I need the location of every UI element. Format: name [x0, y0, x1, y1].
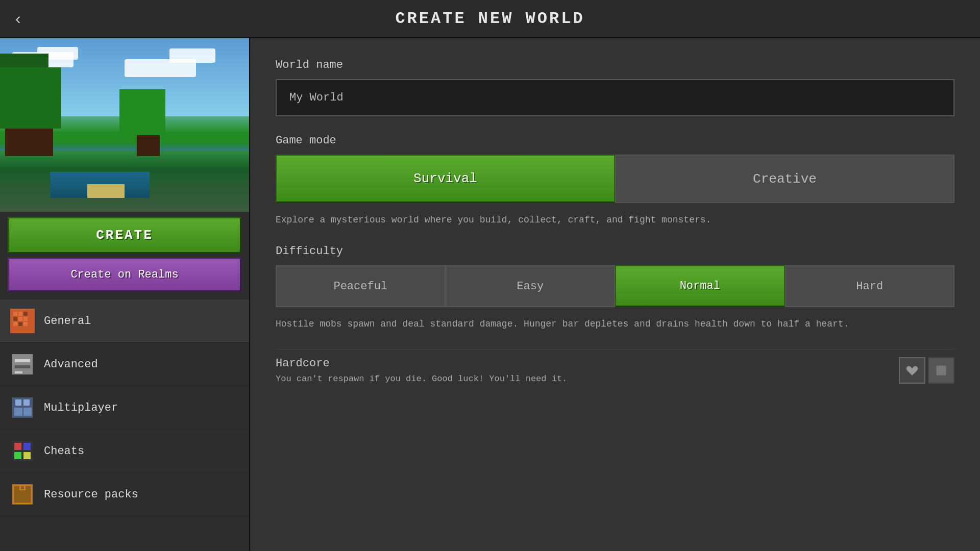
game-mode-description: Explore a mysterious world where you bui… [276, 213, 954, 227]
hardcore-section: Hardcore You can't respawn if you die. G… [276, 349, 954, 391]
world-preview [0, 38, 249, 212]
svg-rect-20 [14, 443, 21, 450]
game-mode-buttons: Survival Creative [276, 155, 954, 203]
cloud-4 [169, 48, 215, 63]
creative-mode-button[interactable]: Creative [615, 155, 954, 203]
svg-rect-17 [14, 408, 22, 416]
main-container: CREATE Create on Realms [0, 38, 980, 551]
sidebar-item-resource-packs-label: Resource packs [44, 488, 138, 501]
svg-rect-7 [13, 322, 17, 326]
hard-button[interactable]: Hard [785, 265, 955, 307]
hardcore-off-button[interactable] [928, 357, 954, 384]
create-realms-button[interactable]: Create on Realms [8, 258, 241, 292]
sidebar-item-general[interactable]: General [0, 299, 249, 343]
sidebar-item-multiplayer-label: Multiplayer [44, 402, 118, 414]
multiplayer-icon [10, 395, 35, 420]
svg-rect-2 [18, 312, 22, 316]
hardcore-title: Hardcore [276, 357, 567, 370]
svg-rect-9 [23, 322, 28, 326]
back-button[interactable]: ‹ [15, 9, 21, 28]
world-name-input[interactable] [276, 79, 954, 116]
svg-rect-18 [23, 408, 32, 416]
svg-rect-22 [14, 452, 21, 459]
sidebar-item-advanced-label: Advanced [44, 358, 98, 371]
tree-leaves-left-2 [0, 67, 61, 129]
sidebar: CREATE Create on Realms [0, 38, 250, 551]
svg-rect-4 [13, 317, 17, 321]
page-title: CREATE NEW WORLD [395, 9, 584, 28]
svg-rect-16 [23, 399, 30, 406]
svg-rect-3 [23, 312, 28, 316]
hardcore-info: Hardcore You can't respawn if you die. G… [276, 357, 567, 384]
cheats-icon [10, 439, 35, 463]
hardcore-toggle [899, 357, 954, 384]
normal-button[interactable]: Normal [615, 265, 785, 307]
svg-rect-5 [18, 317, 22, 321]
create-button[interactable]: CREATE [8, 217, 241, 254]
resource-packs-icon [10, 482, 35, 507]
general-icon [10, 309, 35, 333]
advanced-icon [10, 352, 35, 377]
survival-mode-button[interactable]: Survival [276, 155, 615, 203]
hardcore-heart-button[interactable] [899, 357, 925, 384]
svg-rect-11 [15, 359, 30, 362]
game-mode-label: Game mode [276, 134, 954, 147]
difficulty-description: Hostile mobs spawn and deal standard dam… [276, 317, 954, 331]
scene-sand [87, 184, 125, 198]
svg-rect-6 [23, 317, 28, 321]
peaceful-button[interactable]: Peaceful [276, 265, 446, 307]
stop-icon [934, 363, 948, 378]
svg-rect-21 [23, 443, 31, 450]
sidebar-item-general-label: General [44, 315, 91, 328]
difficulty-buttons: Peaceful Easy Normal Hard [276, 265, 954, 307]
heart-icon [905, 363, 919, 378]
tree-leaves-center [119, 89, 165, 135]
difficulty-label: Difficulty [276, 245, 954, 258]
svg-rect-8 [18, 322, 22, 326]
svg-rect-15 [15, 399, 21, 406]
sidebar-nav: General Advanced [0, 299, 249, 551]
svg-rect-13 [15, 371, 22, 373]
sidebar-item-cheats[interactable]: Cheats [0, 430, 249, 473]
back-icon: ‹ [15, 9, 21, 28]
sidebar-item-resource-packs[interactable]: Resource packs [0, 473, 249, 516]
svg-rect-12 [15, 365, 30, 368]
svg-rect-1 [13, 312, 17, 316]
svg-rect-23 [23, 452, 31, 459]
easy-button[interactable]: Easy [446, 265, 616, 307]
header: ‹ CREATE NEW WORLD [0, 0, 980, 38]
sidebar-item-advanced[interactable]: Advanced [0, 343, 249, 386]
content-area: World name Game mode Survival Creative E… [250, 38, 980, 551]
svg-rect-27 [21, 486, 24, 489]
world-name-label: World name [276, 59, 954, 71]
sidebar-item-multiplayer[interactable]: Multiplayer [0, 386, 249, 430]
svg-rect-28 [936, 365, 946, 375]
sidebar-item-cheats-label: Cheats [44, 445, 84, 458]
hardcore-description: You can't respawn if you die. Good luck!… [276, 374, 567, 384]
